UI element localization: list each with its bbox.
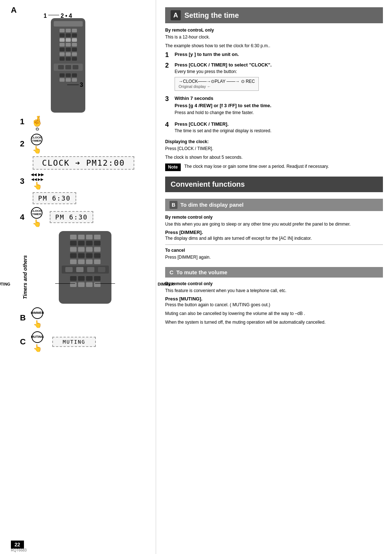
right-step-3-text2: Press and hold to change the time faster… (175, 109, 271, 116)
power-icon-label: ⏻ (36, 127, 39, 131)
muting-label: MUTING (0, 282, 10, 286)
arrow-muting (55, 283, 75, 284)
section-b-title: To dim the display panel (180, 202, 244, 208)
step2-hand: 👆 (32, 146, 41, 153)
pm-display-1: PM 6:30 (33, 192, 76, 204)
clock-display: CLOCK ➔ PM12:00 (33, 156, 134, 170)
clock-flow-diagram: →CLOCK——→⊙PLAY ——→ ⊙ REC Original displa… (175, 77, 259, 91)
note-row: Note The clock may lose or gain some tim… (165, 163, 383, 171)
c-label: C (20, 337, 28, 347)
step-1-row: 1 🤞 ⏻ (20, 116, 150, 131)
note-box: Note (165, 163, 181, 171)
step-3-num: 3 (20, 177, 27, 186)
section-a-title: Setting the time (184, 11, 239, 20)
mute-intro: This feature is convenient when you have… (165, 287, 383, 294)
to-cancel-text: Press [DIMMER] again. (165, 254, 383, 260)
step-1-num: 1 (20, 117, 27, 126)
step3-hand: 👆 (33, 182, 42, 189)
clock-timer-btn-2: CLOCK/TIMER (31, 207, 42, 219)
convenient-header: Convenient functions (165, 177, 383, 192)
rew-ff-icons: ◀◀ ▶▶ (31, 173, 44, 177)
right-step-4-text: Press [CLOCK / TIMER]. (175, 121, 271, 128)
remote-large (59, 231, 111, 304)
dimmer-label: DIMMER (158, 282, 174, 286)
section-b-header: B To dim the display panel (165, 199, 383, 211)
right-step-1-text: Press [y ] to turn the unit on. (175, 51, 239, 58)
section-a-letter: A (171, 10, 181, 20)
step-4-row: 4 CLOCK/TIMER 👆 PM 6:30 (20, 207, 150, 227)
clock-flow-text: →CLOCK——→⊙PLAY ——→ ⊙ REC (179, 79, 255, 84)
display-clock-2: The clock is shown for about 5 seconds. (165, 154, 383, 161)
right-step-1-num: 1 (165, 51, 172, 59)
power-hand-icon: 🤞 (31, 116, 44, 126)
steps-section: 1 🤞 ⏻ 2 CLOCK/TIMER 👆 CLOCK ➔ PM12:00 (20, 116, 150, 352)
right-step-4: 4 Press [CLOCK / TIMER]. The time is set… (165, 121, 383, 136)
press-muting-head: Press [MUTING]. (165, 296, 383, 302)
step4-hand: 👆 (32, 219, 41, 227)
page-number: 22 (11, 541, 24, 549)
by-remote-2: By remote control only (165, 215, 383, 220)
clock-timer-btn: CLOCK/TIMER (31, 134, 42, 145)
c-row: C MUTING 👆 MUTING (20, 331, 150, 352)
right-step-3: 3 Within 7 seconds Press [g 4 /REW] or [… (165, 95, 383, 118)
section-a-header: A Setting the time (165, 7, 383, 23)
display-clock-head: Displaying the clock: (165, 139, 383, 144)
b-row: B DIMMER 👆 (20, 307, 150, 328)
step-2-row: 2 CLOCK/TIMER 👆 (20, 134, 150, 153)
display-clock-1: Press [CLOCK / TIMER]. (165, 145, 383, 152)
remote-diagram: 1 2 • 4 (22, 11, 150, 113)
step-3-row: 3 ◀◀ ▶▶ ◀◀ ▶▶ 👆 (20, 173, 150, 189)
intro-2: The example shows how to set the clock f… (165, 43, 383, 49)
diagram-label-3: 3 (80, 82, 83, 88)
dimmer-btn: DIMMER (32, 307, 43, 319)
rew-label: ◀◀ ▶▶ (31, 177, 44, 181)
press-muting-3: When the system is turned off, the mutin… (165, 319, 383, 325)
section-a-left-label: A (11, 5, 17, 15)
section-c-letter: C (170, 269, 173, 275)
step-4-num: 4 (20, 213, 27, 222)
muting-display: MUTING (52, 337, 96, 347)
right-step-1: 1 Press [y ] to turn the unit on. (165, 51, 383, 59)
step-2-num: 2 (20, 139, 27, 149)
section-c-title: To mute the volume (176, 269, 228, 275)
note-text: The clock may lose or gain some time ove… (184, 163, 329, 170)
b-label: B (20, 313, 28, 323)
right-step-4-num: 4 (165, 121, 172, 129)
step3-within: Within 7 seconds (175, 95, 271, 102)
intro-1: This is a 12-hour clock. (165, 34, 383, 40)
right-step-2: 2 Press [CLOCK / TIMER] to select "CLOCK… (165, 62, 383, 92)
right-step-2-text: Press [CLOCK / TIMER] to select "CLOCK". (175, 62, 271, 68)
right-step-3-num: 3 (165, 95, 172, 103)
section-c-header: C To mute the volume (165, 267, 383, 278)
right-step-3-text1: Press [g 4 /REW] or [f 3 /FF] to set the… (175, 102, 271, 109)
press-dimmer-text: The display dims and all lights are turn… (165, 235, 383, 242)
press-muting-2: Muting can also be cancelled by lowering… (165, 310, 383, 317)
remote-body (51, 18, 85, 113)
step2-sub: Every time you press the button: (175, 68, 271, 75)
section-b-letter: B (170, 201, 177, 209)
c-hand: 👆 (33, 344, 42, 352)
press-dimmer-head: Press [DIMMER]. (165, 230, 383, 235)
b-hand: 👆 (33, 320, 42, 328)
pm-display-2: PM 6:30 (50, 211, 93, 223)
right-col: A Setting the time By remote controL onl… (156, 0, 392, 554)
rqt-label: RQT6683 (11, 548, 26, 552)
by-remote-3: By remote control only (165, 281, 383, 286)
right-step-2-num: 2 (165, 62, 172, 69)
right-step-4-sub: The time is set and the original display… (175, 128, 271, 134)
original-display-text: Original display ← (179, 84, 211, 89)
muting-btn: MUTING (32, 331, 43, 343)
press-muting-1: Press the button again to cancel. ( MUTI… (165, 302, 383, 308)
arrow-dimmer (95, 283, 115, 284)
to-cancel-head: To cancel (165, 248, 383, 253)
by-remote-1: By remote controL only (165, 28, 383, 33)
diagram-label-1: 1 (44, 13, 47, 19)
divider-1 (165, 244, 383, 245)
dim-intro: Use this when you are going to sleep or … (165, 221, 383, 227)
bc-section: B DIMMER 👆 C MUTING 👆 (20, 307, 150, 352)
